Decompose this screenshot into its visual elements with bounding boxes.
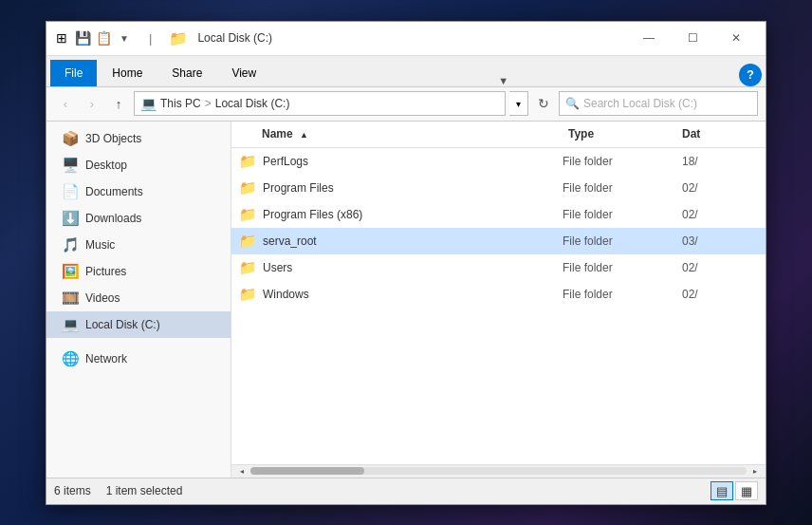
- file-row-serva-root[interactable]: 📁 serva_root File folder 03/: [231, 228, 766, 254]
- sidebar-item-local-disk[interactable]: 💻 Local Disk (C:): [46, 311, 231, 338]
- search-icon: 🔍: [565, 97, 580, 110]
- file-column-header: Name ▲ Type Dat: [231, 122, 766, 148]
- file-name-windows: Windows: [263, 288, 557, 301]
- sidebar-item-documents[interactable]: 📄 Documents: [46, 178, 231, 205]
- scroll-track: [250, 467, 747, 475]
- windows-logo-icon: ⊞: [54, 30, 69, 46]
- item-count: 6 items: [54, 484, 91, 497]
- desktop-icon: 🖥️: [62, 157, 80, 174]
- expand-ribbon-icon[interactable]: ▼: [117, 30, 132, 46]
- local-disk-path[interactable]: Local Disk (C:): [215, 97, 290, 110]
- this-pc-path[interactable]: This PC: [160, 97, 201, 110]
- title-bar-left: ⊞ 💾 📋 ▼ | 📁 Local Disk (C:): [54, 29, 627, 47]
- file-name-serva-root: serva_root: [263, 234, 557, 248]
- local-disk-icon: 💻: [62, 316, 80, 333]
- videos-icon: 🎞️: [62, 290, 80, 307]
- address-dropdown[interactable]: ▾: [509, 91, 528, 116]
- network-icon: 🌐: [62, 350, 80, 367]
- close-button[interactable]: ✕: [714, 21, 758, 55]
- sidebar-label-videos: Videos: [85, 291, 120, 305]
- folder-icon-windows: 📁: [239, 286, 257, 303]
- sidebar: 📦 3D Objects 🖥️ Desktop 📄 Documents ⬇️ D…: [46, 122, 231, 478]
- scroll-right-button[interactable]: ▸: [748, 466, 762, 476]
- tab-share[interactable]: Share: [157, 60, 216, 86]
- file-type-serva-root: File folder: [563, 234, 676, 248]
- window-controls: — ☐ ✕: [627, 21, 758, 55]
- column-name[interactable]: Name ▲: [239, 127, 568, 141]
- sidebar-label-network: Network: [85, 352, 127, 366]
- sidebar-item-pictures[interactable]: 🖼️ Pictures: [46, 258, 231, 285]
- sidebar-label-pictures: Pictures: [85, 265, 126, 278]
- file-type-windows: File folder: [563, 288, 676, 301]
- explorer-window: ⊞ 💾 📋 ▼ | 📁 Local Disk (C:) — ☐ ✕ File H…: [46, 21, 766, 505]
- column-date[interactable]: Dat: [682, 127, 758, 141]
- file-row-program-files-x86[interactable]: 📁 Program Files (x86) File folder 02/: [231, 201, 766, 228]
- pictures-icon: 🖼️: [62, 263, 80, 280]
- 3d-objects-icon: 📦: [62, 130, 80, 147]
- file-row-windows[interactable]: 📁 Windows File folder 02/: [231, 281, 766, 308]
- sidebar-label-desktop: Desktop: [85, 159, 127, 172]
- tab-view[interactable]: View: [217, 60, 270, 86]
- sidebar-item-3d-objects[interactable]: 📦 3D Objects: [46, 125, 231, 152]
- details-view-button[interactable]: ▤: [710, 481, 733, 500]
- file-date-users: 02/: [682, 261, 758, 274]
- forward-button[interactable]: ›: [81, 92, 103, 115]
- up-button[interactable]: ↑: [107, 92, 130, 115]
- maximize-button[interactable]: ☐: [671, 21, 714, 55]
- selected-count: 1 item selected: [106, 484, 183, 497]
- folder-icon-program-files-x86: 📁: [239, 206, 257, 223]
- minimize-button[interactable]: —: [627, 21, 671, 55]
- folder-icon-perflogs: 📁: [239, 153, 257, 170]
- refresh-button[interactable]: ↻: [532, 92, 555, 115]
- status-bar: 6 items 1 item selected ▤ ▦: [46, 478, 766, 504]
- sidebar-item-music[interactable]: 🎵 Music: [46, 232, 231, 258]
- file-name-perflogs: PerfLogs: [263, 155, 557, 168]
- tiles-view-button[interactable]: ▦: [735, 481, 758, 500]
- downloads-icon: ⬇️: [62, 210, 80, 227]
- file-row-perflogs[interactable]: 📁 PerfLogs File folder 18/: [231, 148, 766, 175]
- status-items: 6 items 1 item selected: [54, 484, 710, 497]
- scroll-left-button[interactable]: ◂: [235, 466, 249, 476]
- sidebar-item-downloads[interactable]: ⬇️ Downloads: [46, 205, 231, 232]
- documents-icon: 📄: [62, 183, 80, 200]
- file-area: Name ▲ Type Dat 📁 PerfLogs File folder 1…: [231, 122, 766, 478]
- address-path[interactable]: 💻 This PC > Local Disk (C:): [134, 91, 506, 116]
- sidebar-label-downloads: Downloads: [85, 212, 141, 225]
- music-icon: 🎵: [62, 236, 80, 253]
- view-controls: ▤ ▦: [710, 481, 758, 500]
- scroll-thumb[interactable]: [250, 467, 364, 475]
- sidebar-label-3d-objects: 3D Objects: [85, 132, 141, 145]
- tab-file[interactable]: File: [50, 60, 97, 86]
- file-list: 📁 PerfLogs File folder 18/ 📁 Program Fil…: [231, 148, 766, 464]
- folder-icon-program-files: 📁: [239, 179, 257, 197]
- sidebar-item-desktop[interactable]: 🖥️ Desktop: [46, 152, 231, 178]
- file-name-program-files-x86: Program Files (x86): [263, 208, 557, 221]
- ribbon-tabs: File Home Share View ▼ ?: [46, 56, 766, 86]
- file-row-users[interactable]: 📁 Users File folder 02/: [231, 254, 766, 281]
- sidebar-item-videos[interactable]: 🎞️ Videos: [46, 285, 231, 311]
- tab-home[interactable]: Home: [98, 60, 157, 86]
- column-type[interactable]: Type: [568, 127, 682, 141]
- save-icon[interactable]: 💾: [75, 30, 90, 46]
- file-type-program-files: File folder: [563, 181, 676, 195]
- search-box[interactable]: 🔍 Search Local Disk (C:): [559, 91, 758, 116]
- sidebar-item-network[interactable]: 🌐 Network: [46, 346, 231, 372]
- window-folder-icon: 📁: [169, 29, 188, 47]
- file-name-program-files: Program Files: [263, 181, 557, 195]
- this-pc-icon: 💻: [140, 96, 157, 111]
- ribbon-expand-icon[interactable]: ▼: [498, 75, 508, 86]
- folder-icon-serva-root: 📁: [239, 233, 257, 250]
- path-separator-1: >: [205, 97, 212, 110]
- file-date-program-files: 02/: [682, 181, 758, 195]
- file-row-program-files[interactable]: 📁 Program Files File folder 02/: [231, 175, 766, 201]
- search-placeholder: Search Local Disk (C:): [583, 97, 697, 110]
- horizontal-scrollbar[interactable]: ◂ ▸: [231, 464, 766, 478]
- file-date-windows: 02/: [682, 288, 758, 301]
- undo-icon[interactable]: 📋: [96, 30, 111, 46]
- help-button[interactable]: ?: [739, 64, 762, 86]
- details-view-icon: ▤: [716, 484, 728, 498]
- title-bar: ⊞ 💾 📋 ▼ | 📁 Local Disk (C:) — ☐ ✕: [46, 22, 766, 56]
- ribbon: File Home Share View ▼ ?: [46, 56, 766, 87]
- file-date-serva-root: 03/: [682, 234, 758, 248]
- back-button[interactable]: ‹: [54, 92, 77, 115]
